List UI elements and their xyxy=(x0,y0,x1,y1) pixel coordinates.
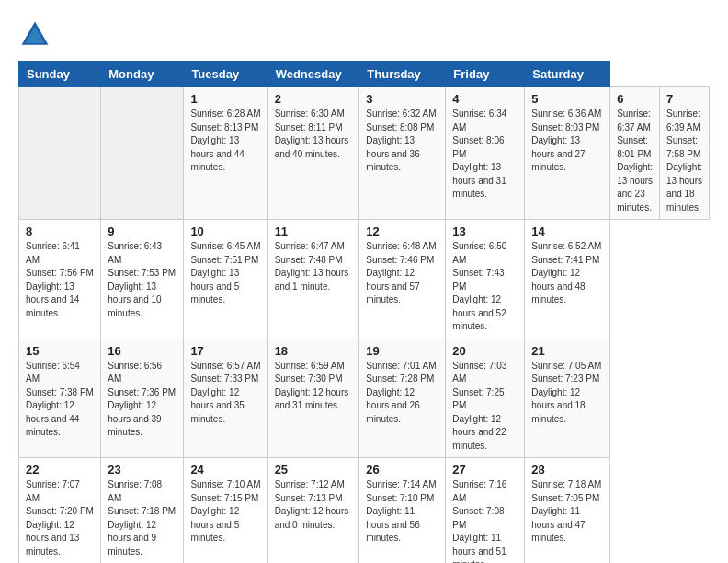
calendar-cell: 7 Sunrise: 6:39 AMSunset: 7:58 PMDayligh… xyxy=(660,87,710,220)
calendar-cell: 6 Sunrise: 6:37 AMSunset: 8:01 PMDayligh… xyxy=(610,87,660,220)
calendar-cell: 10 Sunrise: 6:45 AMSunset: 7:51 PMDaylig… xyxy=(184,220,267,339)
day-number: 22 xyxy=(26,463,94,477)
day-detail: Sunrise: 6:54 AMSunset: 7:38 PMDaylight:… xyxy=(26,360,94,440)
day-number: 20 xyxy=(452,344,518,358)
logo-icon xyxy=(18,18,51,52)
day-detail: Sunrise: 6:56 AMSunset: 7:36 PMDaylight:… xyxy=(108,360,176,440)
day-detail: Sunrise: 6:39 AMSunset: 7:58 PMDaylight:… xyxy=(666,108,702,214)
day-number: 14 xyxy=(531,224,603,238)
day-detail: Sunrise: 6:43 AMSunset: 7:53 PMDaylight:… xyxy=(108,240,176,320)
page-header xyxy=(18,18,710,52)
calendar-cell: 21 Sunrise: 7:05 AMSunset: 7:23 PMDaylig… xyxy=(525,339,610,458)
calendar-cell: 23 Sunrise: 7:08 AMSunset: 7:18 PMDaylig… xyxy=(101,458,184,564)
day-detail: Sunrise: 6:32 AMSunset: 8:08 PMDaylight:… xyxy=(366,108,438,175)
calendar-table: SundayMondayTuesdayWednesdayThursdayFrid… xyxy=(18,61,710,563)
day-number: 9 xyxy=(108,224,176,238)
calendar-cell: 17 Sunrise: 6:57 AMSunset: 7:33 PMDaylig… xyxy=(184,339,267,458)
calendar-cell xyxy=(101,87,184,220)
calendar-cell: 24 Sunrise: 7:10 AMSunset: 7:15 PMDaylig… xyxy=(184,458,267,564)
day-number: 27 xyxy=(452,463,518,477)
day-detail: Sunrise: 7:01 AMSunset: 7:28 PMDaylight:… xyxy=(366,360,438,427)
calendar-cell: 15 Sunrise: 6:54 AMSunset: 7:38 PMDaylig… xyxy=(19,339,101,458)
day-number: 12 xyxy=(366,224,438,238)
calendar-cell: 19 Sunrise: 7:01 AMSunset: 7:28 PMDaylig… xyxy=(359,339,446,458)
day-detail: Sunrise: 7:12 AMSunset: 7:13 PMDaylight:… xyxy=(275,478,353,532)
calendar-cell: 2 Sunrise: 6:30 AMSunset: 8:11 PMDayligh… xyxy=(267,87,359,220)
calendar-cell: 12 Sunrise: 6:48 AMSunset: 7:46 PMDaylig… xyxy=(359,220,446,339)
day-detail: Sunrise: 6:28 AMSunset: 8:13 PMDaylight:… xyxy=(190,108,260,175)
day-number: 8 xyxy=(26,224,94,238)
day-detail: Sunrise: 6:41 AMSunset: 7:56 PMDaylight:… xyxy=(26,240,94,320)
day-number: 18 xyxy=(275,344,353,358)
calendar-cell: 8 Sunrise: 6:41 AMSunset: 7:56 PMDayligh… xyxy=(19,220,101,339)
calendar-cell: 3 Sunrise: 6:32 AMSunset: 8:08 PMDayligh… xyxy=(359,87,446,220)
calendar-cell: 4 Sunrise: 6:34 AMSunset: 8:06 PMDayligh… xyxy=(446,87,525,220)
day-detail: Sunrise: 6:50 AMSunset: 7:43 PMDaylight:… xyxy=(452,240,518,334)
day-detail: Sunrise: 7:03 AMSunset: 7:25 PMDaylight:… xyxy=(452,360,518,454)
day-detail: Sunrise: 7:16 AMSunset: 7:08 PMDaylight:… xyxy=(452,478,518,563)
day-detail: Sunrise: 6:45 AMSunset: 7:51 PMDaylight:… xyxy=(190,240,260,307)
dow-header: Monday xyxy=(101,62,184,87)
calendar-cell: 20 Sunrise: 7:03 AMSunset: 7:25 PMDaylig… xyxy=(446,339,525,458)
day-number: 26 xyxy=(366,463,438,477)
day-detail: Sunrise: 6:52 AMSunset: 7:41 PMDaylight:… xyxy=(531,240,603,307)
day-number: 19 xyxy=(366,344,438,358)
day-number: 3 xyxy=(366,92,438,106)
calendar-cell: 14 Sunrise: 6:52 AMSunset: 7:41 PMDaylig… xyxy=(525,220,610,339)
logo xyxy=(18,18,57,52)
day-detail: Sunrise: 6:59 AMSunset: 7:30 PMDaylight:… xyxy=(275,360,353,413)
day-number: 6 xyxy=(617,92,653,106)
day-number: 1 xyxy=(190,92,260,106)
calendar-cell: 5 Sunrise: 6:36 AMSunset: 8:03 PMDayligh… xyxy=(525,87,610,220)
day-detail: Sunrise: 6:57 AMSunset: 7:33 PMDaylight:… xyxy=(190,360,260,427)
calendar-cell: 27 Sunrise: 7:16 AMSunset: 7:08 PMDaylig… xyxy=(446,458,525,564)
dow-header: Tuesday xyxy=(184,62,267,87)
day-detail: Sunrise: 6:37 AMSunset: 8:01 PMDaylight:… xyxy=(617,108,653,214)
day-detail: Sunrise: 6:48 AMSunset: 7:46 PMDaylight:… xyxy=(366,240,438,307)
calendar-cell: 26 Sunrise: 7:14 AMSunset: 7:10 PMDaylig… xyxy=(359,458,446,564)
day-detail: Sunrise: 6:36 AMSunset: 8:03 PMDaylight:… xyxy=(531,108,603,175)
calendar-cell: 13 Sunrise: 6:50 AMSunset: 7:43 PMDaylig… xyxy=(446,220,525,339)
calendar-cell: 9 Sunrise: 6:43 AMSunset: 7:53 PMDayligh… xyxy=(101,220,184,339)
calendar-cell: 1 Sunrise: 6:28 AMSunset: 8:13 PMDayligh… xyxy=(184,87,267,220)
calendar-cell: 28 Sunrise: 7:18 AMSunset: 7:05 PMDaylig… xyxy=(525,458,610,564)
day-detail: Sunrise: 6:47 AMSunset: 7:48 PMDaylight:… xyxy=(275,240,353,293)
dow-header: Friday xyxy=(446,62,525,87)
day-number: 17 xyxy=(190,344,260,358)
calendar-cell: 16 Sunrise: 6:56 AMSunset: 7:36 PMDaylig… xyxy=(101,339,184,458)
dow-header: Wednesday xyxy=(267,62,359,87)
day-number: 21 xyxy=(531,344,603,358)
day-detail: Sunrise: 7:05 AMSunset: 7:23 PMDaylight:… xyxy=(531,360,603,427)
day-number: 2 xyxy=(275,92,353,106)
day-detail: Sunrise: 7:08 AMSunset: 7:18 PMDaylight:… xyxy=(108,478,176,558)
day-detail: Sunrise: 7:10 AMSunset: 7:15 PMDaylight:… xyxy=(190,478,260,546)
day-number: 7 xyxy=(666,92,702,106)
day-number: 13 xyxy=(452,224,518,238)
day-detail: Sunrise: 6:30 AMSunset: 8:11 PMDaylight:… xyxy=(275,108,353,161)
calendar-cell: 18 Sunrise: 6:59 AMSunset: 7:30 PMDaylig… xyxy=(267,339,359,458)
calendar-cell: 25 Sunrise: 7:12 AMSunset: 7:13 PMDaylig… xyxy=(267,458,359,564)
day-number: 24 xyxy=(190,463,260,477)
day-number: 28 xyxy=(531,463,603,477)
calendar-cell xyxy=(19,87,101,220)
day-number: 16 xyxy=(108,344,176,358)
day-number: 25 xyxy=(275,463,353,477)
day-number: 11 xyxy=(275,224,353,238)
day-detail: Sunrise: 7:07 AMSunset: 7:20 PMDaylight:… xyxy=(26,478,94,558)
calendar-cell: 22 Sunrise: 7:07 AMSunset: 7:20 PMDaylig… xyxy=(19,458,101,564)
calendar-cell: 11 Sunrise: 6:47 AMSunset: 7:48 PMDaylig… xyxy=(267,220,359,339)
day-detail: Sunrise: 6:34 AMSunset: 8:06 PMDaylight:… xyxy=(452,108,518,201)
day-number: 4 xyxy=(452,92,518,106)
dow-header: Sunday xyxy=(19,62,101,87)
dow-header: Saturday xyxy=(525,62,610,87)
dow-header: Thursday xyxy=(359,62,446,87)
day-detail: Sunrise: 7:14 AMSunset: 7:10 PMDaylight:… xyxy=(366,478,438,546)
day-number: 15 xyxy=(26,344,94,358)
day-number: 23 xyxy=(108,463,176,477)
day-number: 5 xyxy=(531,92,603,106)
day-number: 10 xyxy=(190,224,260,238)
day-detail: Sunrise: 7:18 AMSunset: 7:05 PMDaylight:… xyxy=(531,478,603,546)
